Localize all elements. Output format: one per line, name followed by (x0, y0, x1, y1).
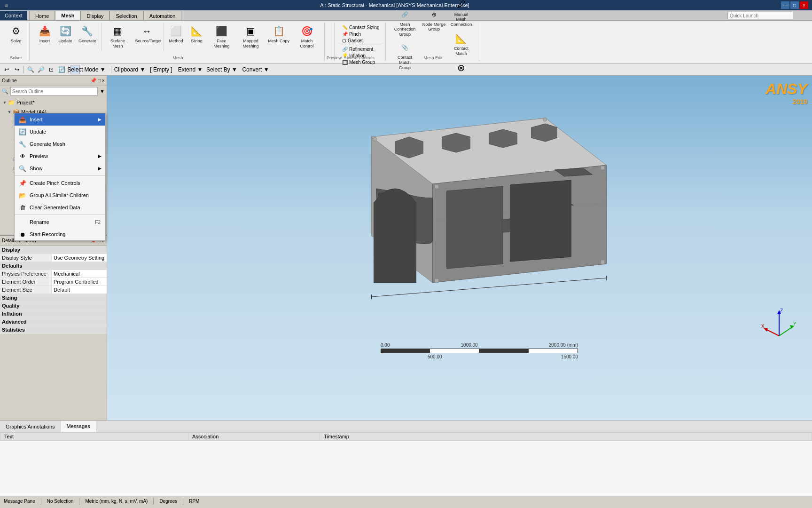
svg-point-15 (373, 137, 377, 141)
ctx-pinch-icon: 📌 (18, 179, 27, 187)
mesh-copy-icon: 📋 (271, 24, 286, 39)
graphics-annotations-tab[interactable]: Graphics Annotations (0, 421, 61, 432)
toolbar-mode[interactable]: Mode ▼ (81, 65, 109, 74)
tab-mesh[interactable]: Mesh (55, 11, 80, 20)
svg-rect-11 (435, 185, 439, 189)
quick-launch-input[interactable] (727, 12, 793, 19)
refinement-label: Refinement (349, 47, 373, 52)
ctx-preview[interactable]: 👁 Preview (15, 150, 105, 162)
ctx-update[interactable]: 🔄 Update (15, 126, 105, 138)
generate-button[interactable]: 🔧 Generate (77, 23, 98, 45)
toolbar-extend[interactable]: Extend ▼ (176, 65, 204, 74)
svg-text:X: X (761, 324, 765, 329)
pinch-label: Pinch (349, 32, 361, 37)
status-selection: No Selection (47, 499, 74, 504)
mapped-meshing-button[interactable]: ▣ Mapped Meshing (237, 23, 265, 50)
toolbar-select[interactable]: Select (70, 65, 80, 74)
search-input[interactable] (10, 87, 98, 95)
insert-button[interactable]: 📥 Insert (35, 23, 54, 45)
display-style-value[interactable]: Use Geometry Setting (52, 254, 107, 262)
toolbar-redo[interactable]: ↪ (12, 65, 22, 74)
outline-close-button[interactable]: × (102, 78, 105, 84)
status-rpm: RPM (189, 499, 199, 504)
method-button[interactable]: ⬜ Method (167, 23, 186, 45)
face-meshing-button[interactable]: ⬛ Face Meshing (208, 23, 235, 50)
update-label: Update (58, 39, 72, 44)
solve-group-label: Solver (3, 56, 29, 60)
statistics-section-header: Statistics (0, 326, 107, 334)
mesh-copy-button[interactable]: 📋 Mesh Copy (266, 23, 292, 45)
solve-button[interactable]: ⚙ Solve (7, 23, 25, 45)
toolbar-fit[interactable]: ⊡ (47, 65, 56, 74)
node-merge-group-button[interactable]: ⊕ Node Merge Group (421, 6, 448, 38)
contact-match-btn-label: Contact Match (450, 46, 473, 56)
tab-automation[interactable]: Automation (143, 11, 182, 20)
mesh-group-label-small: Mesh Group (349, 60, 375, 65)
physics-pref-value[interactable]: Mechanical (52, 270, 107, 278)
toolbar-undo[interactable]: ↩ (2, 65, 11, 74)
scale-min: 0.00 (381, 342, 390, 348)
search-dropdown-icon[interactable]: ▼ (100, 88, 105, 94)
tab-home[interactable]: Home (29, 11, 55, 20)
update-icon: 🔄 (58, 24, 73, 39)
outline-pin-button[interactable]: 📌 (90, 78, 97, 84)
sizing-icon: 📐 (189, 24, 204, 39)
element-order-label: Element Order (0, 278, 52, 286)
refinement-button[interactable]: 🔗 Refinement (340, 46, 381, 52)
sizing-button[interactable]: 📐 Sizing (187, 23, 206, 45)
toolbar-zoom-out[interactable]: 🔎 (36, 65, 46, 74)
toolbar-convert[interactable]: Convert ▼ (239, 65, 272, 74)
toolbar-select-by[interactable]: Select By ▼ (205, 65, 238, 74)
col-text: Text (0, 433, 188, 441)
svg-text:Z: Z (780, 308, 783, 313)
pinch-button[interactable]: 📌 Pinch (340, 31, 381, 37)
minimize-button[interactable]: — (781, 1, 789, 9)
gasket-button[interactable]: ⬡ Gasket (340, 38, 381, 44)
tab-selection[interactable]: Selection (109, 11, 143, 20)
outline-panel-header: Outline 📌 □ × (0, 76, 107, 86)
toolbar-zoom-in[interactable]: 🔍 (26, 65, 35, 74)
ctx-generate-label: Generate Mesh (30, 141, 65, 147)
defaults-section-header: Defaults (0, 262, 107, 270)
element-size-label: Element Size (0, 286, 52, 294)
ctx-insert[interactable]: 📥 Insert (15, 113, 105, 126)
contact-sizing-button[interactable]: 📏 Contact Sizing (340, 24, 381, 31)
ctx-group[interactable]: 📂 Group All Similar Children (15, 189, 105, 201)
status-units: Metric (mm, kg, N, s, mV, mA) (85, 499, 148, 504)
toolbar-clipboard[interactable]: Clipboard ▼ (113, 65, 146, 74)
maximize-button[interactable]: □ (790, 1, 799, 9)
ctx-show[interactable]: 🔍 Show (15, 162, 105, 175)
node-merge-btn-icon: ⊗ (454, 60, 469, 75)
ctx-rename[interactable]: Rename F2 (15, 216, 105, 228)
ctx-clear[interactable]: 🗑 Clear Generated Data (15, 201, 105, 214)
manual-mesh-button[interactable]: 🖊 Manual Mesh Connection (448, 0, 475, 28)
messages-tab[interactable]: Messages (61, 421, 96, 432)
surface-mesh-button[interactable]: ▦ Surface Mesh (104, 23, 132, 50)
context-tab[interactable]: Context (0, 11, 27, 20)
match-control-button[interactable]: 🎯 Match Control (293, 23, 320, 50)
close-button[interactable]: × (800, 1, 808, 9)
ctx-pinch[interactable]: 📌 Create Pinch Controls (15, 177, 105, 189)
viewport[interactable]: ANSY 2019 (107, 76, 812, 421)
insert-icon: 📥 (37, 24, 52, 39)
ctx-insert-icon: 📥 (18, 115, 27, 124)
tab-display[interactable]: Display (80, 11, 109, 20)
ctx-record[interactable]: ⏺ Start Recording (15, 228, 105, 240)
toolbar-rotate[interactable]: 🔃 (57, 65, 66, 74)
element-size-value[interactable]: Default (52, 286, 107, 294)
ansys-logo: ANSY 2019 (765, 80, 807, 105)
display-style-row: Display Style Use Geometry Setting (0, 254, 107, 262)
contact-match-btn[interactable]: 📐 Contact Match (448, 30, 475, 57)
status-degrees: Degrees (159, 499, 177, 504)
ctx-generate-mesh[interactable]: 🔧 Generate Mesh (15, 138, 105, 150)
element-order-value[interactable]: Program Controlled (52, 278, 107, 286)
toolbar-empty[interactable]: [ Empty ] (147, 65, 175, 74)
mesh-connection-group-button[interactable]: 🔗 Mesh Connection Group (391, 6, 419, 38)
update-button[interactable]: 🔄 Update (56, 23, 75, 45)
outline-expand-button[interactable]: □ (98, 78, 101, 84)
project-node[interactable]: ▼ 📁 Project* (0, 98, 107, 107)
source-target-button[interactable]: ↔ Source/Target (133, 23, 161, 45)
project-label: Project* (16, 100, 35, 105)
source-target-label: Source/Target (135, 39, 159, 44)
solve-label: Solve (11, 39, 22, 44)
